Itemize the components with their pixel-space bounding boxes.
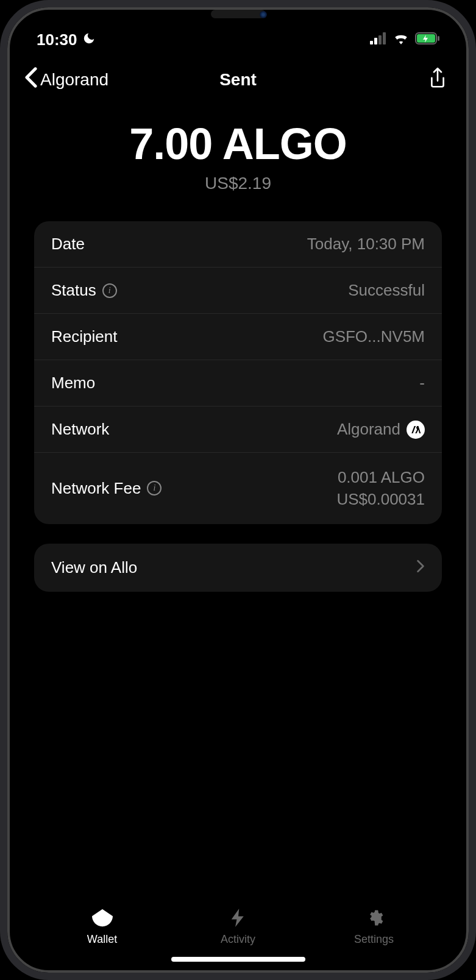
svg-rect-6 — [438, 36, 439, 41]
chevron-left-icon — [24, 67, 38, 92]
svg-rect-2 — [378, 35, 382, 44]
detail-value: - — [419, 374, 425, 392]
lightning-icon — [230, 909, 246, 929]
back-label: Algorand — [40, 70, 108, 90]
detail-label: Memo — [51, 374, 95, 392]
wallet-icon — [92, 909, 113, 929]
tab-wallet[interactable]: Wallet — [34, 909, 170, 946]
detail-value: 0.001 ALGO — [336, 466, 425, 488]
detail-row-recipient[interactable]: Recipient GSFO...NV5M — [34, 314, 442, 360]
tab-activity[interactable]: Activity — [170, 909, 306, 946]
back-button[interactable]: Algorand — [24, 67, 108, 92]
detail-label: Network Fee — [51, 479, 141, 498]
detail-value: GSFO...NV5M — [322, 327, 425, 346]
detail-row-network-fee[interactable]: Network Fee i 0.001 ALGO US$0.00031 — [34, 453, 442, 524]
algorand-icon — [407, 421, 425, 439]
tab-label: Wallet — [87, 933, 117, 946]
detail-row-network: Network Algorand — [34, 407, 442, 453]
info-icon[interactable]: i — [147, 481, 162, 495]
tab-label: Activity — [221, 933, 255, 946]
detail-value: Algorand — [337, 420, 400, 439]
cellular-icon — [370, 32, 387, 47]
detail-label: Recipient — [51, 327, 117, 346]
tab-settings[interactable]: Settings — [306, 909, 442, 946]
svg-rect-3 — [383, 32, 386, 44]
svg-rect-1 — [374, 38, 377, 44]
amount-main: 7.00 ALGO — [22, 119, 454, 169]
home-indicator[interactable] — [171, 957, 305, 962]
detail-value: Successful — [348, 281, 425, 300]
detail-label: Network — [51, 420, 109, 439]
detail-row-memo: Memo - — [34, 360, 442, 407]
view-label: View on Allo — [51, 558, 137, 577]
svg-rect-0 — [370, 41, 373, 44]
tab-label: Settings — [354, 933, 394, 946]
gear-icon — [365, 909, 383, 929]
status-time: 10:30 — [37, 30, 77, 49]
details-card: Date Today, 10:30 PM Status i Successful… — [34, 221, 442, 524]
share-button[interactable] — [428, 68, 447, 92]
info-icon[interactable]: i — [102, 283, 117, 298]
detail-value: Today, 10:30 PM — [307, 235, 425, 254]
moon-icon — [82, 30, 96, 49]
view-on-explorer-button[interactable]: View on Allo — [34, 544, 442, 592]
amount-section: 7.00 ALGO US$2.19 — [10, 97, 466, 199]
battery-icon — [415, 32, 439, 47]
detail-row-status[interactable]: Status i Successful — [34, 268, 442, 314]
detail-label: Date — [51, 235, 85, 254]
amount-sub: US$2.19 — [22, 174, 454, 193]
chevron-right-icon — [416, 558, 425, 577]
page-title: Sent — [219, 70, 257, 90]
detail-row-date: Date Today, 10:30 PM — [34, 221, 442, 268]
detail-label: Status — [51, 281, 96, 300]
nav-bar: Algorand Sent — [10, 52, 466, 97]
wifi-icon — [393, 32, 409, 47]
detail-value-secondary: US$0.00031 — [336, 488, 425, 510]
